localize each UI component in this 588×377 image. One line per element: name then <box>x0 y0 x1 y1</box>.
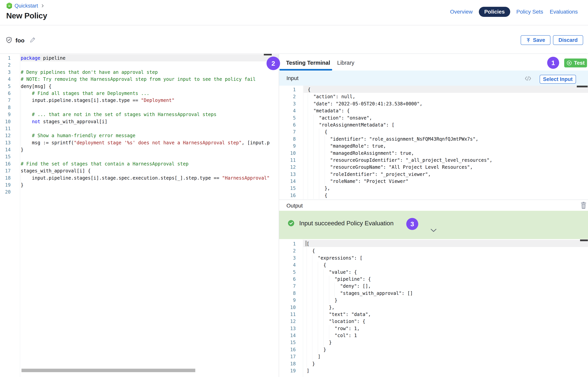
line-number: 4 <box>279 261 296 269</box>
code-line[interactable]: { <box>306 261 585 269</box>
code-line[interactable] <box>21 188 278 195</box>
line-number: 16 <box>279 192 296 199</box>
code-line[interactable]: } <box>306 360 585 367</box>
code-line[interactable]: deny[msg] { <box>21 83 278 90</box>
policy-code-editor[interactable]: 1234567891011121314151617181920 package … <box>0 54 279 377</box>
code-line[interactable]: ] <box>306 353 585 360</box>
code-line[interactable] <box>21 104 278 111</box>
code-line[interactable]: # Show a human-friendly error message <box>21 132 278 139</box>
nav-item-policies[interactable]: Policies <box>479 7 510 17</box>
code-line[interactable]: "expressions": [ <box>306 255 585 261</box>
code-line[interactable]: { <box>308 192 587 199</box>
code-line[interactable]: { <box>306 247 585 254</box>
code-line[interactable]: not stages_with_approval[i] <box>21 118 278 125</box>
expand-details-button[interactable] <box>430 229 437 233</box>
test-button[interactable]: Test <box>564 59 587 67</box>
code-line[interactable]: "metadata": { <box>308 107 587 114</box>
code-line[interactable]: "managedRoleAssignment": true, <box>308 150 587 157</box>
code-line[interactable]: "action": "onsave", <box>308 115 587 121</box>
code-line[interactable]: "action": null, <box>308 93 587 100</box>
discard-button[interactable]: Discard <box>553 35 583 45</box>
line-number: 5 <box>279 115 296 121</box>
test-button-label: Test <box>574 60 585 66</box>
code-line[interactable]: # Find all stages that are Deployments .… <box>21 90 278 97</box>
tab-library[interactable]: Library <box>337 60 354 66</box>
gutter-border <box>303 86 303 200</box>
code-line[interactable]: "location": { <box>306 318 585 325</box>
code-view-icon[interactable] <box>525 76 531 82</box>
editor-scrollbar-fragment[interactable] <box>580 239 588 241</box>
code-line[interactable]: input.pipeline.stages[i].stage.type == "… <box>21 97 278 104</box>
code-line[interactable]: "date": "2022-05-05T20:41:23.538+0000", <box>308 100 587 107</box>
code-line[interactable] <box>21 125 278 132</box>
code-line[interactable]: "resourceGroupIdentifier": "_all_project… <box>308 157 587 164</box>
code-line[interactable]: package pipeline <box>21 55 278 62</box>
annotation-3: 3 <box>406 218 418 230</box>
nav-item-evaluations[interactable]: Evaluations <box>549 7 578 17</box>
code-line[interactable] <box>21 153 278 160</box>
select-input-button[interactable]: Select Input <box>540 75 576 84</box>
line-number: 1 <box>279 86 296 93</box>
code-line[interactable]: "resourceGroupName": "All Project Level … <box>308 164 587 171</box>
line-number: 15 <box>0 153 11 160</box>
code-line[interactable]: } <box>306 297 585 304</box>
input-editor[interactable]: 12345678910111213141516 {"action": null,… <box>279 86 588 200</box>
policy-editor-gutter: 1234567891011121314151617181920 <box>0 55 11 196</box>
code-line[interactable]: "roleIdentifier": "_project_viewer", <box>308 171 587 178</box>
code-line[interactable]: }, <box>306 304 585 311</box>
policy-editor-code[interactable]: package pipeline# Deny pipelines that do… <box>21 55 278 196</box>
code-line[interactable]: "identifier": "role_assignment_NsFQM43Rq… <box>308 136 587 142</box>
evaluation-status-banner: Input succeeded Policy Evaluation <box>279 211 588 239</box>
code-line[interactable]: } <box>21 182 278 188</box>
code-line[interactable]: [ <box>306 240 585 247</box>
edit-policy-name-button[interactable] <box>29 37 36 44</box>
breadcrumb-quickstart-link[interactable]: Quickstart <box>14 3 38 9</box>
line-number: 1 <box>279 240 296 247</box>
code-line[interactable]: # NOTE: Try removing the HarnessApproval… <box>21 76 278 83</box>
editor-scrollbar-fragment[interactable] <box>577 86 588 87</box>
input-editor-code[interactable]: {"action": null,"date": "2022-05-05T20:4… <box>308 86 587 199</box>
tab-testing-terminal[interactable]: Testing Terminal <box>286 60 330 66</box>
code-line[interactable]: { <box>308 86 587 93</box>
code-line[interactable]: "stages_with_approval": [] <box>306 290 585 297</box>
line-number: 14 <box>0 146 11 153</box>
code-line[interactable]: # ... that are not in the set of stages … <box>21 111 278 118</box>
input-label: Input <box>286 75 298 81</box>
trash-icon <box>580 206 587 209</box>
code-line[interactable]: "col": 1 <box>306 332 585 339</box>
line-number: 12 <box>0 132 11 139</box>
code-line[interactable]: stages_with_approval[i] { <box>21 167 278 174</box>
line-number: 14 <box>279 178 296 185</box>
code-line[interactable]: } <box>21 146 278 153</box>
code-line[interactable]: { <box>308 129 587 135</box>
code-line[interactable]: # Deny pipelines that don't have an appr… <box>21 69 278 76</box>
code-line[interactable]: "row": 1, <box>306 325 585 332</box>
code-line[interactable]: input.pipeline.stages[i].stage.spec.exec… <box>21 175 278 182</box>
nav-item-overview[interactable]: Overview <box>450 7 473 17</box>
nav-item-policy-sets[interactable]: Policy Sets <box>516 7 544 17</box>
output-editor-code[interactable]: [{"expressions": [{"value": {"pipeline":… <box>306 240 585 374</box>
code-line[interactable]: "roleAssignmentMetadata": [ <box>308 121 587 129</box>
code-line[interactable]: "deny": [], <box>306 283 585 290</box>
code-line[interactable]: } <box>306 339 585 346</box>
output-editor[interactable]: 12345678910111213141516171819 [{"express… <box>279 239 588 377</box>
clear-output-button[interactable] <box>580 202 587 210</box>
code-line[interactable]: } <box>306 346 585 353</box>
code-line[interactable]: "managedRole": true, <box>308 142 587 150</box>
code-line[interactable]: msg := sprintf("deployment stage '%s' do… <box>21 139 278 146</box>
save-button[interactable]: Save <box>521 35 550 45</box>
code-line[interactable]: # Find the set of stages that contain a … <box>21 160 278 167</box>
code-line[interactable]: "text": "data", <box>306 311 585 318</box>
code-line[interactable] <box>21 62 278 69</box>
line-number: 6 <box>279 276 296 283</box>
line-number: 16 <box>279 346 296 353</box>
code-line[interactable]: "pipeline": { <box>306 276 585 283</box>
editor-scrollbar-fragment[interactable] <box>264 54 272 55</box>
play-circle-icon <box>566 60 572 66</box>
line-number: 20 <box>0 188 11 195</box>
code-line[interactable]: ] <box>306 367 585 374</box>
code-line[interactable]: "roleName": "Project Viewer" <box>308 178 587 185</box>
horizontal-scrollbar[interactable] <box>22 369 195 372</box>
code-line[interactable]: }, <box>308 185 587 192</box>
code-line[interactable]: "value": { <box>306 269 585 276</box>
